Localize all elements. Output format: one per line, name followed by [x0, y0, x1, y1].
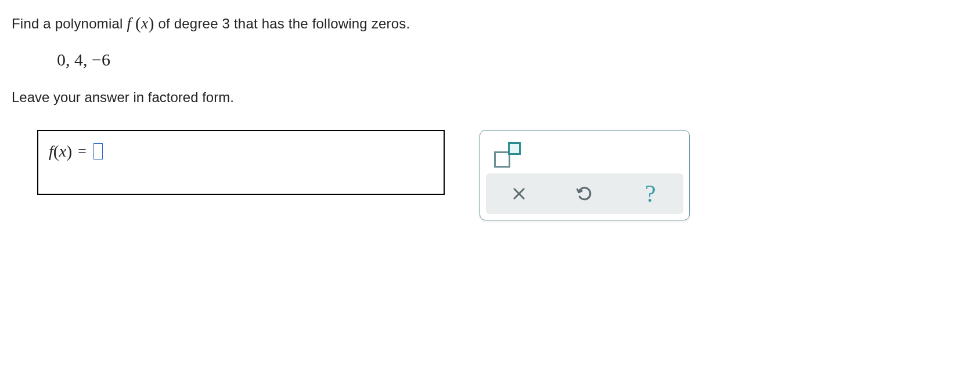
answer-input[interactable] — [93, 143, 103, 160]
clear-button[interactable] — [493, 177, 545, 210]
help-icon: ? — [645, 182, 656, 206]
equals-sign: = — [78, 143, 87, 160]
question-text-post: of degree 3 that has the following zeros… — [154, 16, 410, 31]
close-icon — [511, 186, 527, 202]
fx-inline: f (x) — [127, 14, 154, 32]
question-text-pre: Find a polynomial — [12, 16, 127, 31]
answer-lhs-x: x — [59, 142, 66, 161]
answer-box: f (x) = — [37, 130, 445, 195]
undo-icon — [576, 185, 593, 202]
question-container: Find a polynomial f (x) of degree 3 that… — [0, 0, 980, 220]
question-line-1: Find a polynomial f (x) of degree 3 that… — [12, 13, 968, 32]
open-paren: ( — [53, 142, 59, 161]
close-paren: ) — [66, 142, 72, 161]
exponent-tool-button[interactable] — [494, 142, 521, 168]
undo-button[interactable] — [559, 177, 611, 210]
zeros-list: 0, 4, −6 — [57, 50, 968, 70]
tool-top-row — [486, 136, 683, 173]
tool-bottom-row: ? — [486, 173, 683, 214]
answer-lhs-f: f — [49, 142, 53, 161]
question-note: Leave your answer in factored form. — [12, 89, 968, 106]
work-row: f (x) = — [12, 130, 968, 220]
tool-panel: ? — [480, 130, 690, 220]
answer-content: f (x) = — [49, 142, 103, 161]
exponent-sup-icon — [508, 142, 521, 155]
help-button[interactable]: ? — [624, 177, 676, 210]
